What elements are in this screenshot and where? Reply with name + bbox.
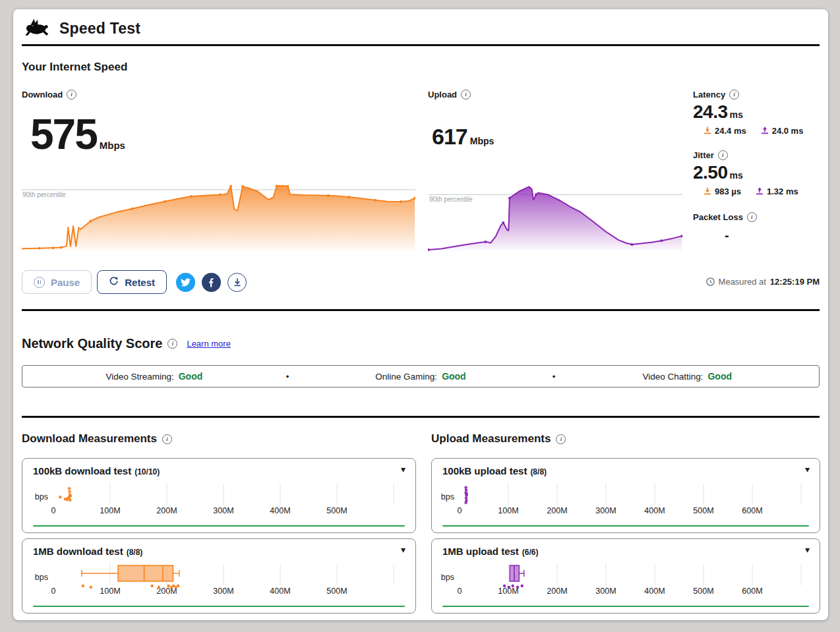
svg-text:400M: 400M — [644, 506, 665, 515]
share-twitter-button[interactable] — [176, 273, 195, 292]
download-label-row: Download i — [22, 90, 76, 100]
latency-download-value: 24.4 ms — [715, 126, 746, 136]
upload-measurements-heading: Upload Measurements i — [431, 432, 566, 445]
header-divider — [22, 44, 820, 46]
facebook-icon — [206, 277, 216, 287]
test-card-header[interactable]: 1MB download test(8/8) — [33, 546, 142, 557]
jitter-value: 2.50ms — [693, 163, 825, 183]
download-arrow-icon — [704, 187, 711, 195]
download-arrow-icon — [704, 127, 711, 134]
svg-text:300M: 300M — [595, 506, 616, 515]
measured-at: Measured at 12:25:19 PM — [706, 277, 820, 287]
chevron-down-icon[interactable]: ▾ — [401, 463, 405, 476]
controls-row: Pause Retest — [22, 270, 247, 294]
svg-text:0: 0 — [51, 587, 56, 596]
test-card-title: 100kB upload test — [442, 465, 527, 476]
rabbit-logo-icon — [24, 17, 49, 40]
latency-label-row: Latency i — [693, 90, 825, 100]
measured-at-time: 12:25:19 PM — [770, 277, 820, 287]
svg-text:100M: 100M — [100, 506, 120, 515]
download-info-icon[interactable]: i — [67, 90, 76, 100]
latency-upload-value: 24.0 ms — [772, 126, 804, 136]
packet-loss-info-icon[interactable]: i — [747, 212, 757, 222]
upload-measurements-info-icon[interactable]: i — [556, 434, 566, 444]
nqs-item-value: Good — [442, 371, 466, 382]
nqs-item-value: Good — [707, 371, 732, 382]
packet-loss-value: - — [725, 229, 825, 242]
svg-text:300M: 300M — [595, 587, 616, 596]
download-measurements-heading: Download Measurements i — [22, 432, 172, 445]
section-title-your-internet-speed: Your Internet Speed — [22, 61, 127, 74]
upload-area-chart: 90th percentile — [428, 178, 682, 252]
share-facebook-button[interactable] — [202, 273, 221, 292]
svg-text:400M: 400M — [270, 506, 290, 515]
retest-button-label: Retest — [125, 277, 155, 288]
download-measurements-info-icon[interactable]: i — [162, 434, 172, 444]
svg-text:100M: 100M — [498, 506, 518, 515]
download-results-button[interactable] — [227, 273, 247, 292]
jitter-label-row: Jitter i — [693, 150, 825, 160]
chevron-down-icon[interactable]: ▾ — [805, 544, 810, 557]
jitter-upload-value: 1.32 ms — [767, 187, 798, 196]
download-area-chart: 90th percentile — [21, 178, 415, 252]
download-number: 575 — [30, 111, 97, 158]
card-1mb-upload-test: 1MB upload test(6/6) ▾ 0100M200M300M400M… — [431, 538, 820, 614]
network-quality-summary: Video Streaming: Good • Online Gaming: G… — [22, 365, 820, 388]
retest-button[interactable]: Retest — [97, 270, 167, 294]
svg-text:200M: 200M — [156, 506, 177, 515]
pause-button-label: Pause — [51, 277, 80, 288]
scatter-chart-100kb-upload: 0100M200M300M400M500M600Mbps — [432, 482, 820, 522]
svg-text:300M: 300M — [213, 506, 233, 515]
upload-info-icon[interactable]: i — [461, 90, 471, 100]
nqs-info-icon[interactable]: i — [167, 339, 177, 349]
test-card-header[interactable]: 100kB upload test(8/8) — [442, 465, 547, 476]
latency-info-icon[interactable]: i — [729, 90, 739, 100]
test-card-header[interactable]: 100kB download test(10/10) — [33, 465, 160, 476]
jitter-number: 2.50 — [693, 162, 728, 183]
learn-more-link[interactable]: Learn more — [187, 339, 230, 349]
svg-text:200M: 200M — [547, 506, 567, 515]
speed-test-page: Speed Test Your Internet Speed Download … — [0, 0, 840, 632]
jitter-upload-pair: 1.32 ms — [756, 187, 798, 196]
svg-text:400M: 400M — [644, 587, 665, 596]
test-card-title: 1MB upload test — [442, 546, 519, 557]
nqs-video-streaming: Video Streaming: Good — [22, 371, 286, 382]
nqs-item-label: Online Gaming: — [375, 372, 437, 382]
stats-column: Latency i 24.3ms 24.4 ms 24.0 ms Jitter … — [693, 90, 825, 242]
test-card-header[interactable]: 1MB upload test(6/6) — [442, 546, 539, 557]
svg-text:0: 0 — [458, 506, 462, 515]
chevron-down-icon[interactable]: ▾ — [805, 463, 810, 476]
test-card-title: 1MB download test — [33, 546, 123, 557]
svg-text:500M: 500M — [693, 506, 713, 515]
section-divider — [22, 416, 820, 418]
chevron-down-icon[interactable]: ▾ — [401, 544, 405, 557]
upload-arrow-icon — [756, 187, 764, 195]
nqs-title: Network Quality Score — [22, 336, 162, 351]
jitter-info-icon[interactable]: i — [718, 150, 728, 160]
nqs-item-value: Good — [179, 371, 203, 382]
svg-text:90th percentile: 90th percentile — [22, 191, 66, 198]
svg-text:bps: bps — [35, 492, 48, 502]
test-progress-bar — [33, 525, 405, 527]
packet-loss-label: Packet Loss — [693, 212, 743, 222]
jitter-label: Jitter — [693, 150, 714, 160]
app-card: Speed Test Your Internet Speed Download … — [13, 9, 828, 620]
latency-upload-pair: 24.0 ms — [761, 126, 804, 136]
download-measurements-title: Download Measurements — [22, 432, 157, 445]
svg-text:500M: 500M — [326, 587, 347, 596]
test-card-count: (8/8) — [530, 467, 547, 476]
nqs-online-gaming: Online Gaming: Good — [289, 371, 553, 382]
jitter-download-pair: 983 µs — [704, 187, 741, 196]
nqs-item-label: Video Chatting: — [642, 372, 703, 382]
card-1mb-download-test: 1MB download test(8/8) ▾ 0100M200M300M40… — [22, 538, 416, 614]
test-card-count: (10/10) — [135, 467, 160, 476]
test-progress-bar — [442, 525, 809, 527]
svg-text:500M: 500M — [326, 506, 347, 515]
jitter-download-value: 983 µs — [715, 187, 741, 196]
svg-text:bps: bps — [441, 573, 454, 582]
pause-button[interactable]: Pause — [22, 270, 92, 294]
upload-unit: Mbps — [470, 136, 495, 146]
nqs-item-label: Video Streaming: — [105, 372, 173, 382]
packet-loss-label-row: Packet Loss i — [693, 212, 825, 222]
latency-value: 24.3ms — [693, 102, 825, 123]
